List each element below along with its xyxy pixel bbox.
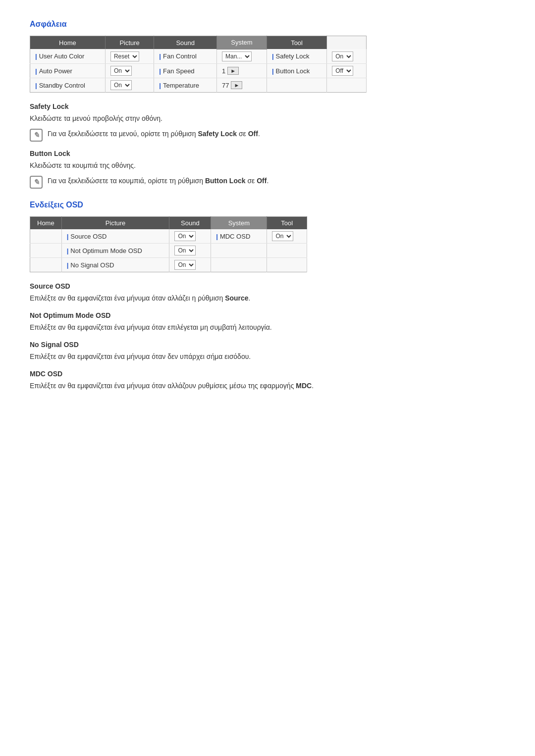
cell-fan-speed-label: Fan Speed xyxy=(154,64,217,78)
blue-bar xyxy=(30,229,62,244)
not-optimum-osd-heading: Not Optimum Mode OSD xyxy=(30,311,505,319)
button-lock-body: Κλειδώστε τα κουμπιά της οθόνης. xyxy=(30,160,505,171)
button-lock-heading: Button Lock xyxy=(30,150,505,157)
not-optimum-osd-select[interactable]: On Off xyxy=(174,246,196,255)
cell-standby-control-value[interactable]: On Off xyxy=(105,78,154,93)
cell-source-osd-label: Source OSD xyxy=(61,229,169,244)
cell-no-signal-osd-label: No Signal OSD xyxy=(61,258,169,272)
mdc-osd-heading: MDC OSD xyxy=(30,370,505,378)
fan-speed-arrow[interactable]: ► xyxy=(227,67,239,75)
asfalia-menu-table: Home Picture Sound System Tool User Auto… xyxy=(30,36,367,93)
osd-tab-home[interactable]: Home xyxy=(30,217,62,230)
cell-empty2 xyxy=(327,78,367,93)
cell-button-lock-value[interactable]: Off On xyxy=(327,64,367,78)
tab-picture[interactable]: Picture xyxy=(105,36,154,50)
auto-power-select[interactable]: On Off xyxy=(110,66,132,76)
button-lock-select[interactable]: Off On xyxy=(332,66,353,76)
no-signal-osd-body: Επιλέξτε αν θα εμφανίζεται ένα μήνυμα ότ… xyxy=(30,352,505,362)
standby-control-select[interactable]: On Off xyxy=(110,80,132,90)
cell-safety-lock-label: Safety Lock xyxy=(267,49,326,64)
safety-lock-note-text: Για να ξεκλειδώσετε τα μενού, ορίστε τη … xyxy=(48,129,260,139)
table-row: No Signal OSD On Off xyxy=(30,258,307,272)
not-optimum-osd-body: Επιλέξτε αν θα εμφανίζεται ένα μήνυμα ότ… xyxy=(30,322,505,333)
blue-bar xyxy=(30,258,62,272)
safety-lock-note: ✎ Για να ξεκλειδώσετε τα μενού, ορίστε τ… xyxy=(30,129,505,142)
cell-standby-control-label: Standby Control xyxy=(30,78,106,93)
tab-home[interactable]: Home xyxy=(30,36,106,50)
safety-lock-heading: Safety Lock xyxy=(30,102,505,110)
cell-safety-lock-value[interactable]: On Off xyxy=(327,49,367,64)
mdc-osd-select[interactable]: On Off xyxy=(272,231,293,241)
cell-user-auto-color-value[interactable]: Reset xyxy=(105,49,154,64)
section-asfalia-title: Ασφάλεια xyxy=(30,20,505,29)
source-osd-body: Επιλέξτε αν θα εμφανίζεται ένα μήνυμα ότ… xyxy=(30,293,505,303)
cell-not-optimum-osd-value[interactable]: On Off xyxy=(169,244,211,258)
tab-system[interactable]: System xyxy=(217,36,267,50)
cell-user-auto-color-label: User Auto Color xyxy=(30,49,106,64)
fan-control-select[interactable]: Man... xyxy=(222,51,252,61)
safety-lock-body: Κλειδώστε τα μενού προβολής στην οθόνη. xyxy=(30,113,505,124)
cell-source-osd-value[interactable]: On Off xyxy=(169,229,211,244)
cell-empty6 xyxy=(267,258,307,272)
blue-bar xyxy=(30,244,62,258)
mdc-osd-body: Επιλέξτε αν θα εμφανίζεται ένα μήνυμα ότ… xyxy=(30,381,505,391)
osd-menu-table: Home Picture Sound System Tool Source OS… xyxy=(30,216,307,272)
tab-tool[interactable]: Tool xyxy=(267,36,326,50)
table-row: User Auto Color Reset Fan Control Ma xyxy=(30,49,367,64)
cell-mdc-osd-value[interactable]: On Off xyxy=(267,229,307,244)
cell-temperature-value[interactable]: 77 ► xyxy=(217,78,267,93)
table-row: Standby Control On Off Temperature 77 xyxy=(30,78,367,93)
cell-auto-power-value[interactable]: On Off xyxy=(105,64,154,78)
source-osd-heading: Source OSD xyxy=(30,282,505,290)
cell-fan-control-label: Fan Control xyxy=(154,49,217,64)
cell-not-optimum-osd-label: Not Optimum Mode OSD xyxy=(61,244,169,258)
osd-tab-picture[interactable]: Picture xyxy=(61,217,169,230)
table-row: Source OSD On Off MDC OSD xyxy=(30,229,307,244)
cell-temperature-label: Temperature xyxy=(154,78,217,93)
osd-tab-tool[interactable]: Tool xyxy=(267,217,307,230)
section-osd: Ενδείξεις OSD Home Picture Sound System … xyxy=(30,201,505,391)
osd-tab-system[interactable]: System xyxy=(211,217,267,230)
safety-lock-select[interactable]: On Off xyxy=(332,51,353,61)
cell-fan-speed-value[interactable]: 1 ► xyxy=(217,64,267,78)
cell-empty3 xyxy=(211,244,267,258)
cell-empty5 xyxy=(211,258,267,272)
table-row: Not Optimum Mode OSD On Off xyxy=(30,244,307,258)
section-asfalia: Ασφάλεια Home Picture Sound System Tool … xyxy=(30,20,505,189)
cell-fan-control-value[interactable]: Man... xyxy=(217,49,267,64)
cell-empty1 xyxy=(267,78,326,93)
cell-empty4 xyxy=(267,244,307,258)
osd-tab-sound[interactable]: Sound xyxy=(169,217,211,230)
cell-mdc-osd-label: MDC OSD xyxy=(211,229,267,244)
note-icon: ✎ xyxy=(30,129,43,142)
button-lock-note-text: Για να ξεκλειδώσετε τα κουμπιά, ορίστε τ… xyxy=(48,176,268,186)
button-lock-note: ✎ Για να ξεκλειδώσετε τα κουμπιά, ορίστε… xyxy=(30,176,505,189)
no-signal-osd-heading: No Signal OSD xyxy=(30,341,505,349)
temperature-arrow[interactable]: ► xyxy=(231,81,242,89)
no-signal-osd-select[interactable]: On Off xyxy=(174,260,196,270)
section-osd-title: Ενδείξεις OSD xyxy=(30,201,505,209)
table-row: Auto Power On Off Fan Speed 1 xyxy=(30,64,367,78)
cell-auto-power-label: Auto Power xyxy=(30,64,106,78)
tab-sound[interactable]: Sound xyxy=(154,36,217,50)
source-osd-select[interactable]: On Off xyxy=(174,231,196,241)
cell-no-signal-osd-value[interactable]: On Off xyxy=(169,258,211,272)
cell-button-lock-label: Button Lock xyxy=(267,64,326,78)
user-auto-color-select[interactable]: Reset xyxy=(110,51,139,61)
note-icon-2: ✎ xyxy=(30,176,43,189)
